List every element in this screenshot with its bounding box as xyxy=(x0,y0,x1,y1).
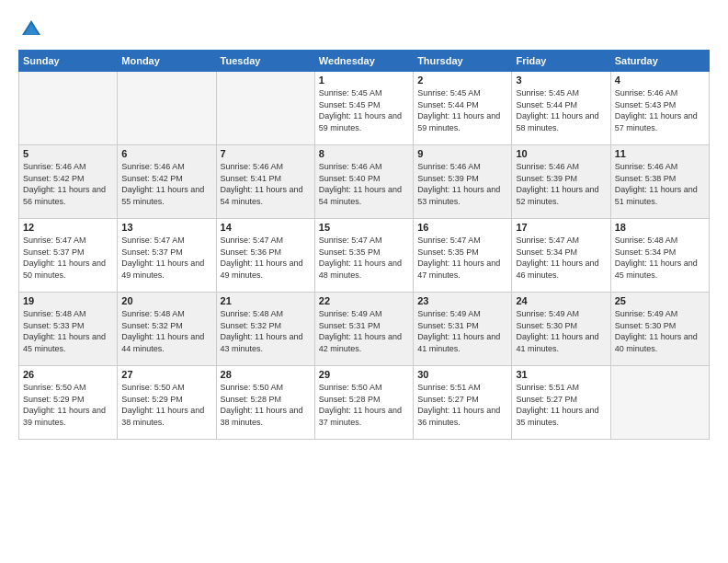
day-info: Sunrise: 5:46 AM Sunset: 5:42 PM Dayligh… xyxy=(23,161,113,207)
calendar-cell: 21Sunrise: 5:48 AM Sunset: 5:32 PM Dayli… xyxy=(216,293,314,366)
day-info: Sunrise: 5:47 AM Sunset: 5:37 PM Dayligh… xyxy=(23,235,113,281)
day-number: 18 xyxy=(615,222,705,233)
day-number: 24 xyxy=(516,295,606,306)
day-info: Sunrise: 5:45 AM Sunset: 5:44 PM Dayligh… xyxy=(417,87,507,133)
day-number: 30 xyxy=(417,369,507,380)
calendar-week-1: 1Sunrise: 5:45 AM Sunset: 5:45 PM Daylig… xyxy=(19,72,710,145)
day-info: Sunrise: 5:45 AM Sunset: 5:44 PM Dayligh… xyxy=(516,87,606,133)
calendar-cell xyxy=(610,366,709,440)
logo-icon xyxy=(18,17,44,42)
day-info: Sunrise: 5:48 AM Sunset: 5:33 PM Dayligh… xyxy=(23,308,113,354)
day-info: Sunrise: 5:45 AM Sunset: 5:45 PM Dayligh… xyxy=(319,87,409,133)
calendar-body: 1Sunrise: 5:45 AM Sunset: 5:45 PM Daylig… xyxy=(19,72,710,440)
calendar-cell: 25Sunrise: 5:49 AM Sunset: 5:30 PM Dayli… xyxy=(610,293,709,366)
day-info: Sunrise: 5:46 AM Sunset: 5:39 PM Dayligh… xyxy=(417,161,507,207)
day-info: Sunrise: 5:49 AM Sunset: 5:30 PM Dayligh… xyxy=(516,308,606,354)
day-number: 3 xyxy=(516,75,606,86)
calendar-cell xyxy=(19,72,118,145)
calendar-cell: 22Sunrise: 5:49 AM Sunset: 5:31 PM Dayli… xyxy=(314,293,413,366)
day-info: Sunrise: 5:50 AM Sunset: 5:29 PM Dayligh… xyxy=(23,382,113,428)
day-number: 6 xyxy=(121,148,211,159)
day-number: 14 xyxy=(221,222,311,233)
day-number: 26 xyxy=(23,369,113,380)
weekday-header-monday: Monday xyxy=(118,51,216,72)
calendar-cell: 13Sunrise: 5:47 AM Sunset: 5:37 PM Dayli… xyxy=(118,219,216,293)
weekday-row: SundayMondayTuesdayWednesdayThursdayFrid… xyxy=(19,51,710,72)
day-number: 22 xyxy=(319,295,409,306)
day-number: 20 xyxy=(121,295,211,306)
day-number: 9 xyxy=(417,148,507,159)
day-info: Sunrise: 5:47 AM Sunset: 5:34 PM Dayligh… xyxy=(516,235,606,281)
day-number: 27 xyxy=(121,369,211,380)
weekday-header-wednesday: Wednesday xyxy=(314,51,413,72)
day-info: Sunrise: 5:46 AM Sunset: 5:40 PM Dayligh… xyxy=(319,161,409,207)
day-number: 13 xyxy=(121,222,211,233)
calendar-cell: 30Sunrise: 5:51 AM Sunset: 5:27 PM Dayli… xyxy=(414,366,512,440)
calendar-cell: 1Sunrise: 5:45 AM Sunset: 5:45 PM Daylig… xyxy=(314,72,413,145)
day-info: Sunrise: 5:47 AM Sunset: 5:37 PM Dayligh… xyxy=(121,235,211,281)
calendar-cell: 4Sunrise: 5:46 AM Sunset: 5:43 PM Daylig… xyxy=(610,72,709,145)
day-info: Sunrise: 5:51 AM Sunset: 5:27 PM Dayligh… xyxy=(516,382,606,428)
day-info: Sunrise: 5:46 AM Sunset: 5:39 PM Dayligh… xyxy=(516,161,606,207)
day-info: Sunrise: 5:46 AM Sunset: 5:38 PM Dayligh… xyxy=(615,161,705,207)
calendar-cell: 2Sunrise: 5:45 AM Sunset: 5:44 PM Daylig… xyxy=(414,72,512,145)
day-number: 25 xyxy=(615,295,705,306)
calendar-table: SundayMondayTuesdayWednesdayThursdayFrid… xyxy=(18,50,710,440)
calendar-cell: 29Sunrise: 5:50 AM Sunset: 5:28 PM Dayli… xyxy=(314,366,413,440)
day-info: Sunrise: 5:46 AM Sunset: 5:42 PM Dayligh… xyxy=(121,161,211,207)
calendar-cell: 6Sunrise: 5:46 AM Sunset: 5:42 PM Daylig… xyxy=(118,145,216,219)
day-number: 10 xyxy=(516,148,606,159)
day-number: 1 xyxy=(319,75,409,86)
calendar-cell: 18Sunrise: 5:48 AM Sunset: 5:34 PM Dayli… xyxy=(610,219,709,293)
day-info: Sunrise: 5:51 AM Sunset: 5:27 PM Dayligh… xyxy=(417,382,507,428)
day-number: 29 xyxy=(319,369,409,380)
calendar-week-3: 12Sunrise: 5:47 AM Sunset: 5:37 PM Dayli… xyxy=(19,219,710,293)
calendar-cell xyxy=(216,72,314,145)
calendar-cell: 15Sunrise: 5:47 AM Sunset: 5:35 PM Dayli… xyxy=(314,219,413,293)
day-number: 15 xyxy=(319,222,409,233)
weekday-header-tuesday: Tuesday xyxy=(216,51,314,72)
calendar-week-2: 5Sunrise: 5:46 AM Sunset: 5:42 PM Daylig… xyxy=(19,145,710,219)
page: SundayMondayTuesdayWednesdayThursdayFrid… xyxy=(0,0,728,563)
day-number: 21 xyxy=(221,295,311,306)
day-info: Sunrise: 5:48 AM Sunset: 5:32 PM Dayligh… xyxy=(221,308,311,354)
day-number: 4 xyxy=(615,75,705,86)
calendar-cell: 3Sunrise: 5:45 AM Sunset: 5:44 PM Daylig… xyxy=(512,72,610,145)
day-number: 16 xyxy=(417,222,507,233)
day-info: Sunrise: 5:47 AM Sunset: 5:35 PM Dayligh… xyxy=(319,235,409,281)
calendar-cell: 27Sunrise: 5:50 AM Sunset: 5:29 PM Dayli… xyxy=(118,366,216,440)
day-info: Sunrise: 5:50 AM Sunset: 5:29 PM Dayligh… xyxy=(121,382,211,428)
weekday-header-sunday: Sunday xyxy=(19,51,118,72)
calendar-cell: 23Sunrise: 5:49 AM Sunset: 5:31 PM Dayli… xyxy=(414,293,512,366)
calendar-cell: 28Sunrise: 5:50 AM Sunset: 5:28 PM Dayli… xyxy=(216,366,314,440)
day-number: 8 xyxy=(319,148,409,159)
day-info: Sunrise: 5:46 AM Sunset: 5:41 PM Dayligh… xyxy=(221,161,311,207)
day-info: Sunrise: 5:47 AM Sunset: 5:35 PM Dayligh… xyxy=(417,235,507,281)
day-info: Sunrise: 5:50 AM Sunset: 5:28 PM Dayligh… xyxy=(221,382,311,428)
calendar-header: SundayMondayTuesdayWednesdayThursdayFrid… xyxy=(19,51,710,72)
day-info: Sunrise: 5:49 AM Sunset: 5:30 PM Dayligh… xyxy=(615,308,705,354)
header xyxy=(18,17,710,42)
weekday-header-friday: Friday xyxy=(512,51,610,72)
calendar-cell: 20Sunrise: 5:48 AM Sunset: 5:32 PM Dayli… xyxy=(118,293,216,366)
day-info: Sunrise: 5:47 AM Sunset: 5:36 PM Dayligh… xyxy=(221,235,311,281)
day-info: Sunrise: 5:50 AM Sunset: 5:28 PM Dayligh… xyxy=(319,382,409,428)
calendar-cell: 26Sunrise: 5:50 AM Sunset: 5:29 PM Dayli… xyxy=(19,366,118,440)
calendar-cell: 14Sunrise: 5:47 AM Sunset: 5:36 PM Dayli… xyxy=(216,219,314,293)
calendar-cell: 17Sunrise: 5:47 AM Sunset: 5:34 PM Dayli… xyxy=(512,219,610,293)
calendar-cell: 10Sunrise: 5:46 AM Sunset: 5:39 PM Dayli… xyxy=(512,145,610,219)
calendar-cell: 19Sunrise: 5:48 AM Sunset: 5:33 PM Dayli… xyxy=(19,293,118,366)
day-number: 28 xyxy=(221,369,311,380)
day-number: 7 xyxy=(221,148,311,159)
day-info: Sunrise: 5:49 AM Sunset: 5:31 PM Dayligh… xyxy=(319,308,409,354)
calendar-cell: 7Sunrise: 5:46 AM Sunset: 5:41 PM Daylig… xyxy=(216,145,314,219)
calendar-cell: 31Sunrise: 5:51 AM Sunset: 5:27 PM Dayli… xyxy=(512,366,610,440)
day-number: 11 xyxy=(615,148,705,159)
day-info: Sunrise: 5:49 AM Sunset: 5:31 PM Dayligh… xyxy=(417,308,507,354)
calendar-cell: 5Sunrise: 5:46 AM Sunset: 5:42 PM Daylig… xyxy=(19,145,118,219)
day-number: 5 xyxy=(23,148,113,159)
day-number: 17 xyxy=(516,222,606,233)
day-number: 31 xyxy=(516,369,606,380)
day-number: 12 xyxy=(23,222,113,233)
day-number: 2 xyxy=(417,75,507,86)
